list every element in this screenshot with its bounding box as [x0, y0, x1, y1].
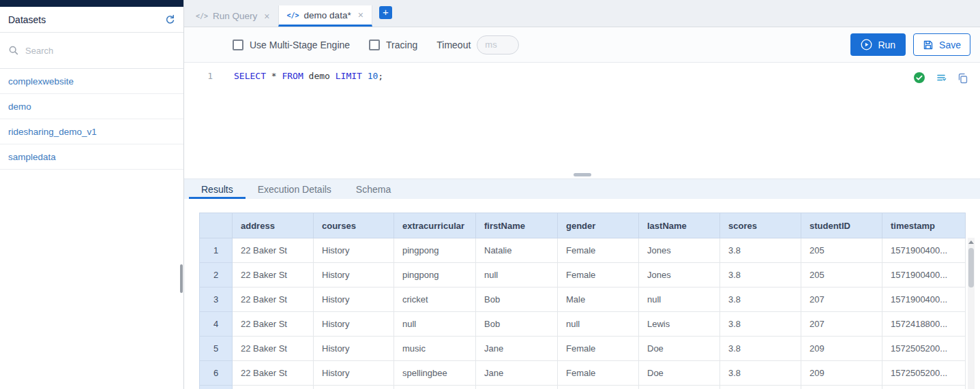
table-cell[interactable]: 209 — [801, 337, 882, 361]
table-cell[interactable]: 1572418800... — [882, 312, 966, 337]
table-cell[interactable]: Natalie — [476, 238, 558, 263]
table-cell[interactable]: pingpong — [394, 238, 476, 263]
table-cell[interactable]: 1572505200... — [882, 361, 966, 386]
tab-run-query[interactable]: </> Run Query × — [188, 5, 278, 27]
table-cell[interactable]: 22 Baker St — [233, 238, 314, 263]
copy-icon[interactable] — [957, 72, 968, 84]
table-cell[interactable]: 22 Baker St — [233, 361, 314, 386]
table-cell[interactable]: 3.8 — [720, 337, 801, 361]
table-cell[interactable]: Female — [558, 337, 639, 361]
table-cell[interactable]: History — [314, 238, 394, 263]
table-cell[interactable]: 3.8 — [720, 312, 801, 337]
tab-execution-details[interactable]: Execution Details — [246, 179, 344, 199]
results-scrollbar[interactable] — [968, 238, 975, 389]
table-cell[interactable]: Jones — [639, 238, 720, 263]
table-cell[interactable]: null — [394, 312, 476, 337]
table-cell[interactable]: pingpong — [394, 263, 476, 287]
column-header-timestamp[interactable]: timestamp — [882, 213, 966, 238]
column-header-scores[interactable]: scores — [720, 213, 801, 238]
table-cell[interactable]: 1571900400... — [882, 238, 966, 263]
dataset-item[interactable]: demo — [0, 94, 183, 119]
table-cell[interactable]: cricket — [394, 287, 476, 312]
column-header-studentID[interactable]: studentID — [801, 213, 882, 238]
table-cell[interactable]: Male — [558, 287, 639, 312]
table-cell[interactable]: null — [639, 287, 720, 312]
table-cell[interactable]: 3.8 — [720, 287, 801, 312]
table-cell[interactable]: Doe — [639, 361, 720, 386]
sidebar-scrollbar-thumb[interactable] — [180, 264, 183, 293]
column-header-address[interactable]: address — [233, 213, 314, 238]
sql-editor[interactable]: 1 SELECT * FROM demo LIMIT 10; — [184, 63, 980, 178]
table-cell[interactable]: History — [314, 263, 394, 287]
table-cell[interactable]: 22 Baker St — [233, 287, 314, 312]
sidebar-header: Datasets — [0, 7, 183, 33]
tab-schema[interactable]: Schema — [344, 179, 403, 199]
search-input[interactable] — [25, 46, 175, 56]
run-button[interactable]: Run — [850, 33, 906, 56]
column-header-gender[interactable]: gender — [558, 213, 639, 238]
tab-results[interactable]: Results — [189, 179, 246, 199]
format-query-icon[interactable] — [936, 72, 947, 83]
table-cell[interactable]: 3.8 — [720, 263, 801, 287]
table-cell[interactable]: 1571900400... — [882, 263, 966, 287]
sidebar: Datasets complexwebsitedemoridesharing_d… — [0, 0, 184, 389]
table-cell[interactable]: 3.8 — [720, 361, 801, 386]
tracing-checkbox[interactable] — [369, 40, 380, 50]
table-cell[interactable]: 3.8 — [720, 238, 801, 263]
table-cell[interactable]: Female — [558, 263, 639, 287]
panel-resize-handle[interactable] — [574, 173, 591, 176]
search-box — [0, 33, 183, 69]
table-cell[interactable]: 1572505200... — [882, 337, 966, 361]
multi-stage-engine-checkbox[interactable] — [233, 40, 243, 50]
results-scrollbar-thumb[interactable] — [968, 248, 974, 287]
editor-tabbar: </> Run Query × </> demo data* × + — [184, 0, 980, 27]
table-cell[interactable]: History — [314, 337, 394, 361]
table-cell[interactable]: 205 — [801, 263, 882, 287]
sql-token-plain: * — [266, 71, 282, 81]
table-cell[interactable]: null — [558, 312, 639, 337]
dataset-item[interactable]: ridesharing_demo_v1 — [0, 119, 183, 144]
column-header-courses[interactable]: courses — [314, 213, 394, 238]
table-cell[interactable]: Female — [558, 238, 639, 263]
table-cell[interactable]: 207 — [801, 287, 882, 312]
table-row: 322 Baker StHistorycricketBobMalenull3.8… — [200, 287, 966, 312]
refresh-icon[interactable] — [164, 14, 175, 25]
dataset-item[interactable]: complexwebsite — [0, 69, 183, 94]
table-cell[interactable]: 22 Baker St — [233, 337, 314, 361]
save-button[interactable]: Save — [913, 33, 970, 56]
table-cell[interactable]: Doe — [639, 337, 720, 361]
tab-demo-data[interactable]: </> demo data* × — [278, 5, 372, 27]
table-cell[interactable]: Lewis — [639, 312, 720, 337]
scroll-up-icon[interactable] — [968, 238, 975, 247]
table-cell[interactable]: Bob — [476, 287, 558, 312]
table-cell[interactable]: History — [314, 312, 394, 337]
table-cell[interactable]: 22 Baker St — [233, 312, 314, 337]
table-cell[interactable]: 1571900400... — [882, 287, 966, 312]
row-number: 4 — [200, 312, 233, 337]
table-cell[interactable]: 207 — [801, 312, 882, 337]
sql-code-line[interactable]: SELECT * FROM demo LIMIT 10; — [234, 71, 383, 81]
dataset-item[interactable]: sampledata — [0, 144, 183, 170]
sql-token-plain: ; — [378, 71, 383, 81]
table-cell[interactable]: Jane — [476, 361, 558, 386]
column-header-extracurricular[interactable]: extracurricular — [394, 213, 476, 238]
table-cell[interactable]: null — [476, 263, 558, 287]
table-cell[interactable]: History — [314, 361, 394, 386]
close-icon[interactable]: × — [358, 10, 363, 20]
table-cell[interactable]: spellingbee — [394, 361, 476, 386]
table-cell[interactable]: 22 Baker St — [233, 263, 314, 287]
sql-token-keyword: LIMIT — [336, 71, 362, 81]
table-cell[interactable]: History — [314, 287, 394, 312]
table-cell[interactable]: Jones — [639, 263, 720, 287]
timeout-input[interactable] — [477, 35, 519, 55]
table-cell[interactable]: 205 — [801, 238, 882, 263]
table-cell[interactable]: music — [394, 337, 476, 361]
table-cell[interactable]: Jane — [476, 337, 558, 361]
close-icon[interactable]: × — [264, 11, 269, 22]
table-cell[interactable]: Bob — [476, 312, 558, 337]
table-cell[interactable]: 209 — [801, 361, 882, 386]
column-header-lastName[interactable]: lastName — [639, 213, 720, 238]
column-header-firstName[interactable]: firstName — [476, 213, 558, 238]
add-tab-button[interactable]: + — [379, 6, 392, 19]
table-cell[interactable]: Female — [558, 361, 639, 386]
